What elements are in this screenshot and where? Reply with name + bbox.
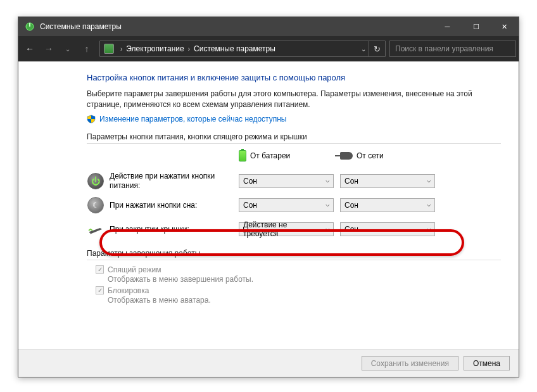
svg-rect-1	[29, 23, 30, 27]
select-sleep-battery[interactable]: Сон	[239, 198, 334, 212]
row-lid-close: При закрытии крышки: Действие не требует…	[87, 217, 501, 241]
address-bar[interactable]: › Электропитание › Системные параметры ⌄…	[99, 41, 386, 57]
chevron-right-icon: ›	[186, 46, 193, 53]
chevron-right-icon: ›	[118, 46, 125, 53]
row-power-button: ⏻ Действие при нажатии кнопки питания: С…	[87, 169, 501, 193]
navbar: ← → ⌄ ↑ › Электропитание › Системные пар…	[18, 36, 519, 61]
power-options-icon	[25, 22, 35, 32]
checkbox-lock-desc: Отображать в меню аватара.	[108, 296, 501, 305]
content-area: Настройка кнопок питания и включение защ…	[18, 61, 519, 349]
select-lid-battery[interactable]: Действие не требуется	[239, 222, 334, 236]
checkbox-sleep-label: Спящий режим	[108, 265, 161, 274]
change-unavailable-settings-link[interactable]: Изменение параметров, которые сейчас нед…	[99, 115, 287, 123]
page-heading: Настройка кнопок питания и включение защ…	[87, 73, 501, 82]
page-description: Выберите параметры завершения работы для…	[87, 89, 501, 111]
label-lid-close: При закрытии крышки:	[110, 225, 239, 234]
checkbox-lock-label: Блокировка	[108, 286, 149, 295]
breadcrumb-system-settings[interactable]: Системные параметры	[193, 44, 277, 53]
recent-dropdown[interactable]: ⌄	[59, 40, 77, 58]
search-input[interactable]: Поиск в панели управления	[389, 41, 516, 57]
label-power-button: Действие при нажатии кнопки питания:	[110, 172, 239, 190]
titlebar[interactable]: Системные параметры ─ ☐ ✕	[18, 17, 519, 36]
checkbox-sleep: ✓	[96, 265, 104, 274]
power-button-icon: ⏻	[87, 173, 104, 189]
check-lock: ✓ Блокировка Отображать в меню аватара.	[96, 286, 501, 305]
column-ac: От сети	[340, 150, 441, 161]
plug-icon	[340, 152, 353, 160]
select-power-battery[interactable]: Сон	[239, 174, 334, 188]
power-plan-icon	[104, 44, 114, 54]
sleep-button-icon: ☾	[87, 197, 104, 213]
section-power-buttons-title: Параметры кнопки питания, кнопки спящего…	[87, 132, 501, 144]
footer: Сохранить изменения Отмена	[18, 349, 519, 377]
battery-icon	[239, 150, 246, 161]
checkbox-lock: ✓	[96, 286, 104, 294]
cancel-button[interactable]: Отмена	[464, 356, 510, 370]
up-button[interactable]: ↑	[78, 40, 96, 58]
close-button[interactable]: ✕	[490, 17, 519, 36]
row-sleep-button: ☾ При нажатии кнопки сна: Сон Сон	[87, 193, 501, 217]
shield-icon	[87, 115, 96, 123]
back-button[interactable]: ←	[21, 40, 39, 58]
select-lid-ac[interactable]: Сон	[340, 222, 435, 236]
select-power-ac[interactable]: Сон	[340, 174, 435, 188]
search-placeholder: Поиск в панели управления	[395, 44, 493, 53]
window-frame: Системные параметры ─ ☐ ✕ ← → ⌄ ↑ › Элек…	[18, 16, 519, 377]
maximize-button[interactable]: ☐	[462, 17, 490, 36]
checkbox-sleep-desc: Отображать в меню завершения работы.	[108, 275, 501, 284]
check-sleep-mode: ✓ Спящий режим Отображать в меню заверше…	[96, 265, 501, 284]
chevron-down-icon[interactable]: ⌄	[358, 46, 369, 53]
section-shutdown-title: Параметры завершения работы	[87, 249, 501, 260]
minimize-button[interactable]: ─	[433, 17, 462, 36]
column-battery: От батареи	[239, 150, 340, 161]
refresh-button[interactable]: ↻	[369, 41, 385, 56]
laptop-lid-icon	[87, 220, 104, 238]
save-button[interactable]: Сохранить изменения	[362, 356, 458, 370]
forward-button[interactable]: →	[40, 40, 58, 58]
window-title: Системные параметры	[40, 22, 433, 31]
breadcrumb-power[interactable]: Электропитание	[125, 44, 185, 53]
label-sleep-button: При нажатии кнопки сна:	[110, 201, 239, 210]
select-sleep-ac[interactable]: Сон	[340, 198, 435, 212]
